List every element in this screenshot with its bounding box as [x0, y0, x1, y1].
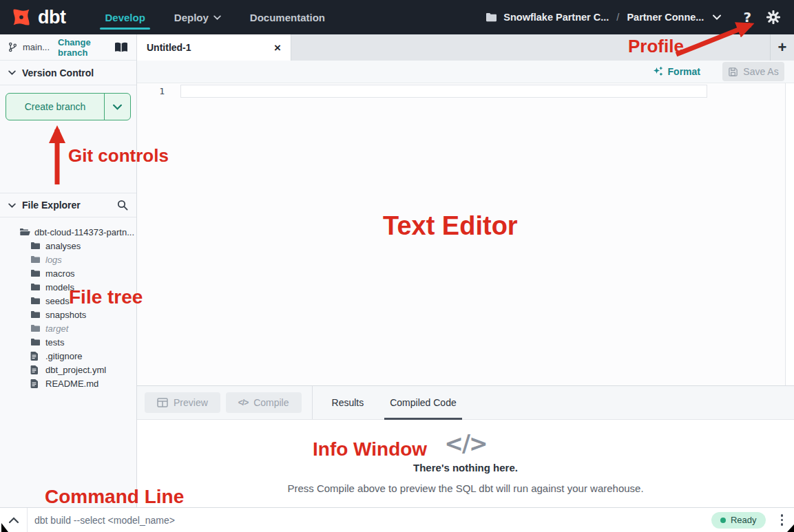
tree-item-logs[interactable]: logs — [0, 253, 136, 266]
folder-icon — [30, 324, 41, 332]
tab-results[interactable]: Results — [329, 385, 367, 420]
command-input[interactable] — [28, 515, 711, 526]
editor-scrollbar-rail[interactable] — [785, 83, 794, 385]
nav-item-documentation[interactable]: Documentation — [236, 0, 339, 34]
docs-book-icon[interactable] — [114, 42, 128, 53]
help-icon[interactable]: ? — [743, 9, 751, 25]
tree-item-label: dbt_project.yml — [45, 365, 106, 375]
project-selector[interactable]: Snowflake Partner C... / Partner Conne..… — [485, 12, 721, 23]
current-line-highlight — [180, 85, 707, 98]
branch-bar: main... Change branch — [0, 34, 136, 61]
tree-item-snapshots[interactable]: snapshots — [0, 308, 136, 321]
line-number-gutter: 1 — [137, 83, 180, 385]
change-branch-link[interactable]: Change branch — [58, 37, 114, 58]
tab-untitled-1[interactable]: Untitled-1 × — [137, 34, 291, 61]
current-branch-name: main... — [23, 42, 50, 52]
dbt-logo[interactable]: dbt — [10, 6, 65, 29]
nav-menu: Develop Deploy Documentation — [90, 0, 339, 34]
gear-icon[interactable] — [766, 10, 780, 24]
tree-item-analyses[interactable]: analyses — [0, 239, 136, 253]
tree-item-models[interactable]: models — [0, 280, 136, 294]
format-button[interactable]: Format — [652, 66, 700, 77]
file-icon — [30, 352, 41, 361]
file-icon — [30, 379, 41, 388]
sidebar: main... Change branch Version Control Cr… — [0, 34, 137, 507]
code-icon: </> — [444, 430, 486, 457]
tree-item-gitignore[interactable]: .gitignore — [0, 349, 136, 363]
tree-item-label: models — [45, 282, 74, 292]
search-icon[interactable] — [117, 200, 128, 211]
results-panel-body: </> There's nothing here. Press Compile … — [137, 421, 794, 507]
results-panel-header: Preview </> Compile Results Compiled Cod… — [137, 385, 794, 420]
account-name: Snowflake Partner C... — [503, 12, 609, 23]
text-editor-surface[interactable]: 1 — [137, 83, 794, 385]
expand-command-bar-button[interactable] — [0, 508, 28, 532]
preview-button[interactable]: Preview — [145, 392, 220, 413]
create-branch-button[interactable]: Create branch — [6, 93, 131, 120]
line-number: 1 — [159, 86, 165, 96]
version-control-title: Version Control — [22, 67, 94, 78]
tree-item-label: README.md — [45, 379, 98, 389]
tree-item-dbt-project-yml[interactable]: dbt_project.yml — [0, 363, 136, 376]
tree-item-macros[interactable]: macros — [0, 266, 136, 280]
dbt-cloud-ide: dbt Develop Deploy Documentation Snowfla… — [0, 0, 794, 532]
compile-button[interactable]: </> Compile — [226, 392, 302, 413]
folder-icon — [30, 283, 41, 291]
panel-divider — [312, 386, 313, 419]
tree-item-seeds[interactable]: seeds — [0, 294, 136, 308]
logo-text: dbt — [38, 7, 65, 28]
folder-icon — [30, 338, 41, 346]
nav-item-develop[interactable]: Develop — [90, 0, 159, 34]
project-name: Partner Conne... — [627, 12, 704, 23]
empty-state-title: There's nothing here. — [413, 462, 518, 474]
save-as-label: Save As — [743, 66, 778, 77]
status-dot — [720, 518, 726, 523]
save-as-button[interactable]: Save As — [722, 62, 784, 81]
tree-item-label: logs — [45, 255, 62, 265]
file-explorer-title: File Explorer — [22, 200, 81, 211]
empty-state-subtitle: Press Compile above to preview the SQL d… — [287, 482, 643, 494]
tree-item-label: seeds — [45, 296, 70, 306]
tree-item-dbt-cloud-114373-partn[interactable]: dbt-cloud-114373-partn... — [0, 225, 136, 239]
preview-label: Preview — [174, 397, 208, 408]
close-tab-icon[interactable]: × — [274, 42, 281, 54]
kebab-menu-icon[interactable] — [775, 510, 789, 530]
top-nav: dbt Develop Deploy Documentation Snowfla… — [0, 0, 794, 34]
file-explorer-header[interactable]: File Explorer — [0, 193, 136, 217]
chevron-up-icon — [8, 517, 19, 524]
editor-tab-bar: Untitled-1 × + — [137, 34, 794, 61]
chevron-down-icon — [113, 104, 122, 110]
tree-item-label: tests — [45, 337, 64, 348]
tree-item-label: snapshots — [45, 310, 86, 320]
tree-item-readme-md[interactable]: README.md — [0, 376, 136, 390]
folder-icon — [30, 269, 41, 277]
file-tree: dbt-cloud-114373-partn...analyseslogsmac… — [0, 225, 136, 390]
tree-item-label: dbt-cloud-114373-partn... — [34, 227, 134, 237]
dbt-logo-icon — [10, 6, 33, 29]
status-label: Ready — [731, 515, 757, 525]
tree-item-tests[interactable]: tests — [0, 335, 136, 349]
create-branch-label[interactable]: Create branch — [6, 94, 104, 120]
tree-item-label: target — [45, 323, 68, 334]
editor-toolbar: Format Save As — [137, 61, 794, 83]
breadcrumb-separator: / — [615, 12, 620, 23]
folder-icon — [30, 242, 41, 250]
tab-label: Untitled-1 — [147, 42, 191, 53]
folder-icon — [30, 310, 41, 319]
command-bar: Ready — [0, 507, 794, 532]
tree-item-target[interactable]: target — [0, 321, 136, 335]
folder-icon — [30, 297, 41, 305]
chevron-down-icon — [713, 14, 721, 20]
folder-open-icon — [19, 228, 30, 236]
chevron-down-icon — [8, 203, 16, 208]
format-label: Format — [668, 66, 700, 77]
tree-item-label: analyses — [45, 241, 81, 251]
nav-item-deploy[interactable]: Deploy — [160, 0, 236, 34]
new-tab-button[interactable]: + — [770, 34, 794, 61]
create-branch-dropdown[interactable] — [104, 94, 130, 120]
status-badge: Ready — [711, 512, 766, 529]
chevron-down-icon — [8, 70, 16, 75]
tab-compiled-code[interactable]: Compiled Code — [387, 385, 459, 420]
version-control-header[interactable]: Version Control — [0, 61, 136, 85]
compile-label: Compile — [253, 397, 289, 408]
